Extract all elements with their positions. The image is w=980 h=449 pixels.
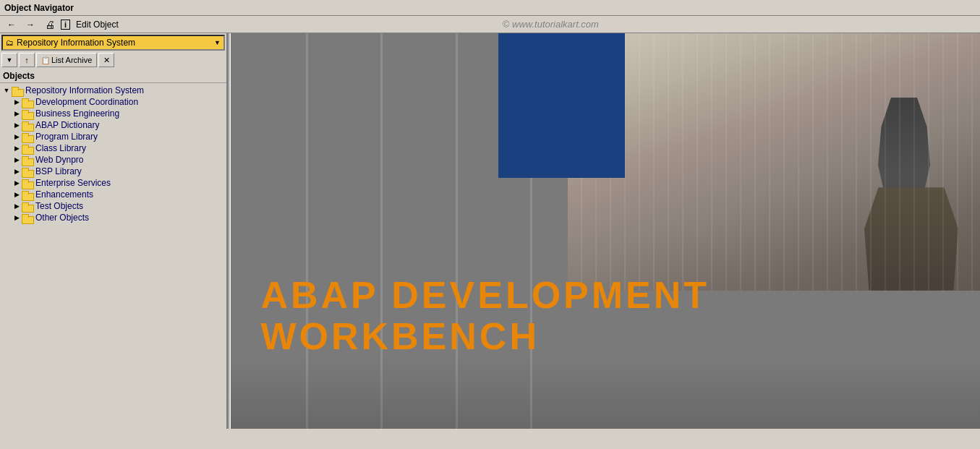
bsp-lib-folder-icon	[22, 167, 33, 176]
left-panel: 🗂 Repository Information System ▼ ▼ ↑ 📋 …	[0, 33, 228, 429]
test-objects-folder-icon	[22, 202, 33, 211]
tree-item-abap-dict[interactable]: ▶ ABAP Dictionary	[0, 119, 226, 131]
tree-item-test-objects[interactable]: ▶ Test Objects	[0, 200, 226, 212]
abap-line2: WORKBENCH	[260, 316, 942, 357]
dropdown-arrow-icon: ▼	[7, 56, 13, 64]
list-archive-button[interactable]: 📋 List Archive	[36, 53, 97, 67]
tree-item-web-dynpro[interactable]: ▶ Web Dynpro	[0, 154, 226, 166]
dev-coord-folder-icon	[22, 98, 33, 107]
tree-item-enterprise-svc[interactable]: ▶ Enterprise Services	[0, 177, 226, 189]
selector-bar[interactable]: 🗂 Repository Information System ▼	[1, 35, 225, 51]
enhancements-label: Enhancements	[35, 189, 93, 200]
abap-dict-folder-icon	[22, 121, 33, 130]
class-lib-label: Class Library	[35, 143, 86, 153]
title-bar: Object Navigator	[0, 0, 980, 16]
bsp-lib-label: BSP Library	[35, 166, 82, 176]
watermark: © www.tutorialkart.com	[124, 19, 977, 30]
dev-coord-expand-icon: ▶	[12, 98, 22, 106]
tree-item-bsp-lib[interactable]: ▶ BSP Library	[0, 166, 226, 177]
other-objects-expand-icon: ▶	[12, 214, 22, 221]
main-container: 🗂 Repository Information System ▼ ▼ ↑ 📋 …	[0, 33, 980, 429]
tree-item-dev-coord[interactable]: ▶ Development Coordination	[0, 96, 226, 108]
list-archive-label: List Archive	[51, 56, 92, 64]
tree-container[interactable]: ▼ Repository Information System ▶ Develo…	[0, 83, 226, 429]
blue-rectangle	[498, 33, 625, 178]
root-expand-icon: ▼	[1, 87, 12, 94]
selector-text: Repository Information System	[17, 38, 214, 48]
tree-item-other-objects[interactable]: ▶ Other Objects	[0, 212, 226, 223]
close-icon: ✕	[103, 56, 110, 65]
prog-lib-label: Program Library	[35, 132, 98, 142]
biz-eng-expand-icon: ▶	[12, 110, 22, 117]
selector-icon: 🗂	[6, 38, 14, 47]
forward-btn[interactable]: →	[22, 18, 39, 31]
enterprise-svc-expand-icon: ▶	[12, 179, 22, 187]
enterprise-svc-label: Enterprise Services	[35, 178, 111, 188]
objects-section-label: Objects	[0, 69, 226, 83]
tree-item-class-lib[interactable]: ▶ Class Library	[0, 142, 226, 154]
up-arrow-icon: ↑	[25, 56, 29, 64]
prog-lib-folder-icon	[22, 132, 33, 142]
tree-item-biz-eng[interactable]: ▶ Business Engineering	[0, 108, 226, 119]
right-panel: ABAP DEVELOPMENT WORKBENCH	[231, 33, 980, 429]
app-title: Object Navigator	[4, 3, 74, 13]
test-objects-label: Test Objects	[35, 201, 83, 211]
test-objects-expand-icon: ▶	[12, 202, 22, 210]
prog-lib-expand-icon: ▶	[12, 133, 22, 140]
tree-root[interactable]: ▼ Repository Information System	[0, 85, 226, 96]
close-button[interactable]: ✕	[98, 53, 114, 67]
enterprise-svc-folder-icon	[22, 179, 33, 188]
web-dynpro-label: Web Dynpro	[35, 155, 83, 165]
class-lib-folder-icon	[22, 144, 33, 153]
root-folder-icon	[12, 86, 23, 95]
splash-photo	[568, 33, 980, 291]
info-btn[interactable]: i	[61, 20, 70, 30]
enhancements-expand-icon: ▶	[12, 191, 22, 198]
bsp-lib-expand-icon: ▶	[12, 168, 22, 175]
abap-dict-label: ABAP Dictionary	[35, 120, 99, 130]
abap-dict-expand-icon: ▶	[12, 121, 22, 129]
other-objects-folder-icon	[22, 213, 33, 223]
abap-title-block: ABAP DEVELOPMENT WORKBENCH	[260, 275, 942, 357]
list-archive-icon: 📋	[41, 56, 50, 64]
class-lib-expand-icon: ▶	[12, 145, 22, 152]
tree-item-enhancements[interactable]: ▶ Enhancements	[0, 189, 226, 200]
blinds-effect	[568, 33, 980, 291]
menu-bar: ← → 🖨 i Edit Object © www.tutorialkart.c…	[0, 16, 980, 33]
biz-eng-label: Business Engineering	[35, 108, 119, 119]
bottom-overlay	[231, 358, 980, 429]
web-dynpro-expand-icon: ▶	[12, 156, 22, 163]
other-objects-label: Other Objects	[35, 213, 89, 223]
abap-line1: ABAP DEVELOPMENT	[260, 275, 942, 316]
selector-dropdown-icon[interactable]: ▼	[214, 39, 221, 46]
back-btn[interactable]: ←	[3, 18, 20, 31]
up-button[interactable]: ↑	[19, 53, 35, 67]
root-label: Repository Information System	[25, 85, 144, 95]
print-btn[interactable]: 🖨	[41, 17, 59, 32]
dropdown-button[interactable]: ▼	[1, 53, 17, 67]
tree-item-prog-lib[interactable]: ▶ Program Library	[0, 131, 226, 142]
web-dynpro-folder-icon	[22, 155, 33, 165]
enhancements-folder-icon	[22, 190, 33, 200]
dev-coord-label: Development Coordination	[35, 97, 138, 107]
edit-object-menu[interactable]: Edit Object	[72, 18, 123, 31]
tool-button-row: ▼ ↑ 📋 List Archive ✕	[0, 51, 226, 69]
biz-eng-folder-icon	[22, 109, 33, 119]
